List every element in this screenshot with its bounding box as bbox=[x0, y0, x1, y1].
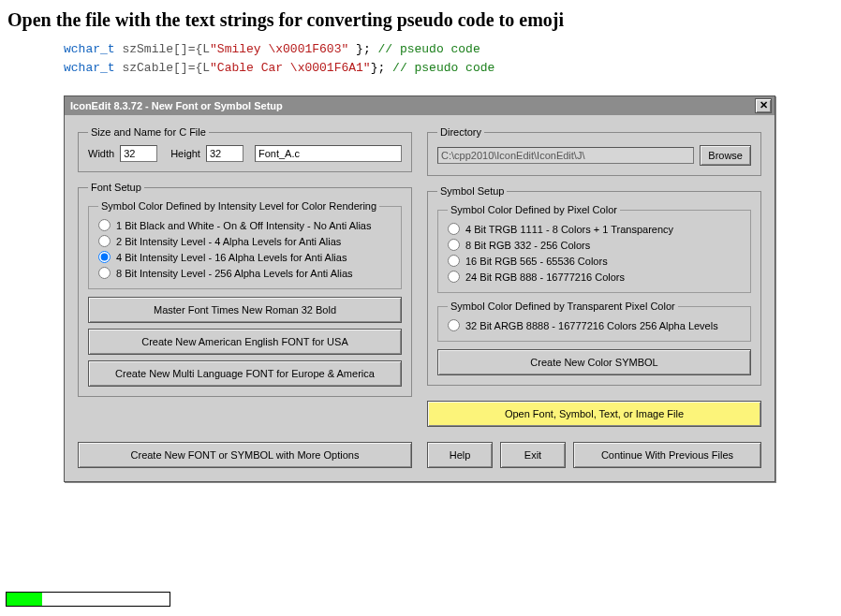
titlebar: IconEdit 8.3.72 - New Font or Symbol Set… bbox=[65, 96, 775, 115]
open-file-button[interactable]: Open Font, Symbol, Text, or Image File bbox=[427, 401, 761, 427]
transparent-color-group: Symbol Color Defined by Transparent Pixe… bbox=[437, 301, 751, 342]
intensity-option-8bit[interactable]: 8 Bit Intensity Level - 256 Alpha Levels… bbox=[98, 265, 391, 281]
pixel-option-16bit[interactable]: 16 Bit RGB 565 - 65536 Colors bbox=[448, 253, 741, 269]
intensity-option-2bit[interactable]: 2 Bit Intensity Level - 4 Alpha Levels f… bbox=[98, 233, 391, 249]
close-icon[interactable]: ✕ bbox=[755, 98, 772, 113]
directory-path-input bbox=[437, 147, 694, 164]
pixel-color-group: Symbol Color Defined by Pixel Color 4 Bi… bbox=[437, 204, 751, 293]
symbol-setup-group: Symbol Setup Symbol Color Defined by Pix… bbox=[427, 185, 761, 386]
font-symbol-setup-dialog: IconEdit 8.3.72 - New Font or Symbol Set… bbox=[64, 95, 775, 482]
master-font-button[interactable]: Master Font Times New Roman 32 Bold bbox=[88, 297, 402, 323]
code-sample: wchar_t szSmile[]={L"Smiley \x0001F603" … bbox=[64, 40, 841, 77]
pixel-option-32bit[interactable]: 32 Bit ARGB 8888 - 16777216 Colors 256 A… bbox=[448, 317, 741, 333]
exit-button[interactable]: Exit bbox=[500, 442, 566, 468]
height-input[interactable] bbox=[206, 145, 243, 162]
continue-button[interactable]: Continue With Previous Files bbox=[573, 442, 761, 468]
create-us-font-button[interactable]: Create New American English FONT for USA bbox=[88, 329, 402, 355]
intensity-option-4bit[interactable]: 4 Bit Intensity Level - 16 Alpha Levels … bbox=[98, 249, 391, 265]
width-label: Width bbox=[88, 148, 114, 159]
intensity-option-1bit[interactable]: 1 Bit Black and White - On & Off Intensi… bbox=[98, 217, 391, 233]
height-label: Height bbox=[170, 148, 200, 159]
help-button[interactable]: Help bbox=[427, 442, 493, 468]
width-input[interactable] bbox=[120, 145, 157, 162]
directory-group: Directory Browse bbox=[427, 126, 761, 176]
pixel-option-8bit[interactable]: 8 Bit RGB 332 - 256 Colors bbox=[448, 237, 741, 253]
filename-input[interactable] bbox=[255, 145, 402, 162]
pixel-option-4bit[interactable]: 4 Bit TRGB 1111 - 8 Colors + 1 Transpare… bbox=[448, 221, 741, 237]
browse-button[interactable]: Browse bbox=[700, 145, 751, 166]
pixel-option-24bit[interactable]: 24 Bit RGB 888 - 16777216 Colors bbox=[448, 269, 741, 285]
create-eu-font-button[interactable]: Create New Multi Language FONT for Europ… bbox=[88, 360, 402, 387]
more-options-button[interactable]: Create New FONT or SYMBOL with More Opti… bbox=[78, 442, 412, 468]
font-setup-group: Font Setup Symbol Color Defined by Inten… bbox=[78, 182, 412, 397]
create-color-symbol-button[interactable]: Create New Color SYMBOL bbox=[437, 349, 751, 375]
dialog-title: IconEdit 8.3.72 - New Font or Symbol Set… bbox=[70, 100, 283, 111]
page-title: Open the file with the text strings for … bbox=[7, 9, 841, 31]
intensity-level-group: Symbol Color Defined by Intensity Level … bbox=[88, 200, 402, 289]
size-name-group: Size and Name for C File Width Height bbox=[78, 126, 412, 172]
